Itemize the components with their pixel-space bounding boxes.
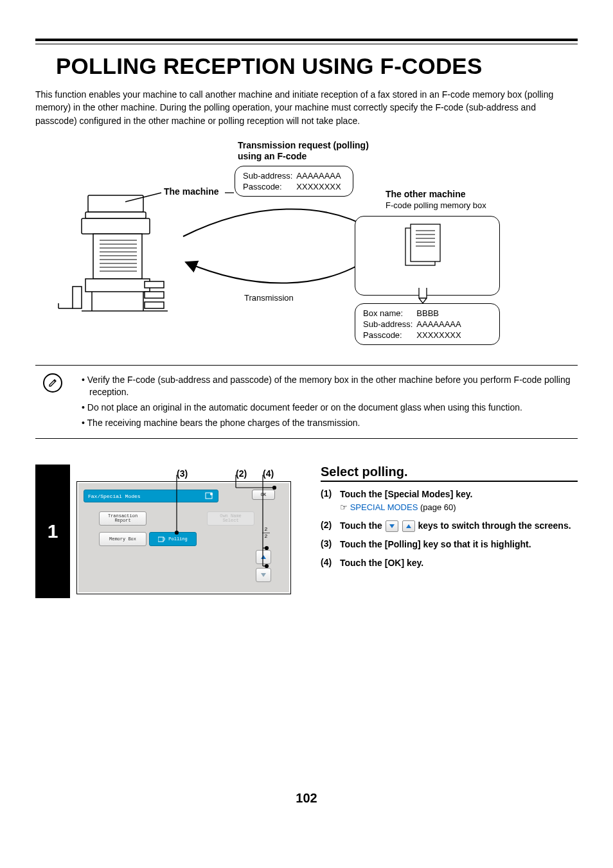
special-modes-link[interactable]: SPECIAL MODES (350, 502, 418, 512)
mem-boxname-label: Box name: (363, 308, 416, 319)
request-fcode-box: Sub-address: AAAAAAAA Passcode: XXXXXXXX (235, 166, 353, 197)
transaction-report-button[interactable]: Transaction Report (99, 511, 147, 526)
up-key-icon (402, 520, 415, 532)
rule-bold (35, 39, 578, 41)
request-arrow (177, 201, 382, 246)
ok-button[interactable]: OK (252, 490, 275, 500)
note-item-1: Verify the F-code (sub-address and passc… (82, 374, 578, 398)
scroll-down-button[interactable] (256, 568, 271, 582)
down-key-icon (386, 520, 398, 532)
step-1: 1 (3) (2) (4) Fax/Special Modes OK Trans… (35, 465, 578, 598)
substep-4-num: (4) (321, 557, 340, 569)
substep-2-text-before: Touch the (340, 520, 385, 531)
svg-point-34 (210, 493, 213, 495)
step-heading-rule (321, 481, 578, 482)
memory-box-stem (418, 288, 428, 305)
mem-boxname-value: BBBB (416, 308, 465, 319)
svg-rect-26 (411, 224, 440, 261)
pointer-icon: ☞ (340, 502, 350, 512)
page-indicator: 2 2 (262, 527, 270, 539)
polling-button[interactable]: Polling (149, 532, 197, 546)
polling-icon (158, 536, 166, 542)
svg-rect-14 (145, 281, 164, 288)
note-item-2: Do not place an original in the automati… (82, 402, 578, 414)
other-machine-label: The other machine (386, 189, 465, 199)
substep-2-text-after: keys to switch through the screens. (418, 520, 571, 531)
special-modes-pageref: (page 60) (418, 502, 456, 512)
intro-paragraph: This function enables your machine to ca… (35, 88, 578, 127)
substep-1-text: Touch the [Special Modes] key. (340, 489, 472, 499)
callout-2-label: (2) (236, 468, 247, 479)
fcode-diagram: Transmission request (polling) using an … (35, 140, 578, 365)
svg-rect-1 (85, 212, 146, 218)
own-name-select-button: Own Name Select (207, 511, 254, 526)
arrow-up-icon (260, 554, 267, 560)
svg-rect-17 (73, 287, 82, 308)
callout-3-label: (3) (177, 468, 188, 479)
svg-rect-2 (82, 218, 150, 234)
req-subaddr-value: AAAAAAAA (296, 170, 344, 181)
svg-line-23 (125, 193, 161, 202)
callout-4-label: (4) (263, 468, 274, 479)
polling-label: Polling (168, 537, 187, 542)
req-subaddr-label: Sub-address: (243, 170, 296, 181)
pencil-icon (43, 373, 62, 393)
mem-subaddr-value: AAAAAAAA (416, 319, 465, 330)
transmission-label: Transmission (244, 293, 294, 303)
mem-passcode-value: XXXXXXXX (416, 330, 465, 341)
req-passcode-value: XXXXXXXX (296, 181, 344, 192)
memory-box-details: Box name: BBBB Sub-address: AAAAAAAA Pas… (355, 303, 500, 345)
rule-thin (35, 44, 578, 44)
substep-4-text: Touch the [OK] key. (340, 557, 578, 569)
other-machine-sublabel: F-code polling memory box (386, 200, 486, 210)
notes-block: Verify the F-code (sub-address and passc… (35, 365, 578, 439)
svg-rect-35 (158, 537, 163, 542)
mfp-illustration (55, 191, 170, 314)
memory-box-button[interactable]: Memory Box (99, 532, 147, 546)
substep-2-num: (2) (321, 520, 340, 532)
lcd-screenshot: Fax/Special Modes OK Transaction Report … (76, 481, 291, 594)
page-number: 102 (35, 791, 578, 806)
page-total: 2 (262, 534, 270, 539)
substep-3-num: (3) (321, 538, 340, 551)
svg-rect-16 (145, 302, 164, 308)
request-heading-line2: using an F-code (238, 151, 306, 161)
svg-rect-15 (145, 292, 164, 298)
note-item-3: The receiving machine bears the phone ch… (82, 417, 578, 429)
machine-link-line (125, 171, 238, 203)
memory-box-container (355, 216, 500, 296)
special-modes-icon (205, 492, 214, 500)
svg-rect-13 (85, 279, 150, 292)
page-current: 2 (262, 527, 270, 532)
page-title: POLLING RECEPTION USING F-CODES (56, 53, 578, 79)
mem-subaddr-label: Sub-address: (363, 319, 416, 330)
screen-title: Fax/Special Modes (88, 493, 141, 499)
mem-passcode-label: Passcode: (363, 330, 416, 341)
document-icon (400, 223, 454, 268)
substep-1-num: (1) (321, 488, 340, 513)
arrow-down-icon (260, 572, 267, 578)
step-heading: Select polling. (321, 465, 578, 479)
step-number: 1 (35, 465, 70, 598)
substep-3-text: Touch the [Polling] key so that it is hi… (340, 538, 578, 551)
transmission-arrow (177, 249, 382, 294)
scroll-up-button[interactable] (256, 550, 271, 564)
request-heading-line1: Transmission request (polling) (238, 140, 369, 150)
req-passcode-label: Passcode: (243, 181, 296, 192)
